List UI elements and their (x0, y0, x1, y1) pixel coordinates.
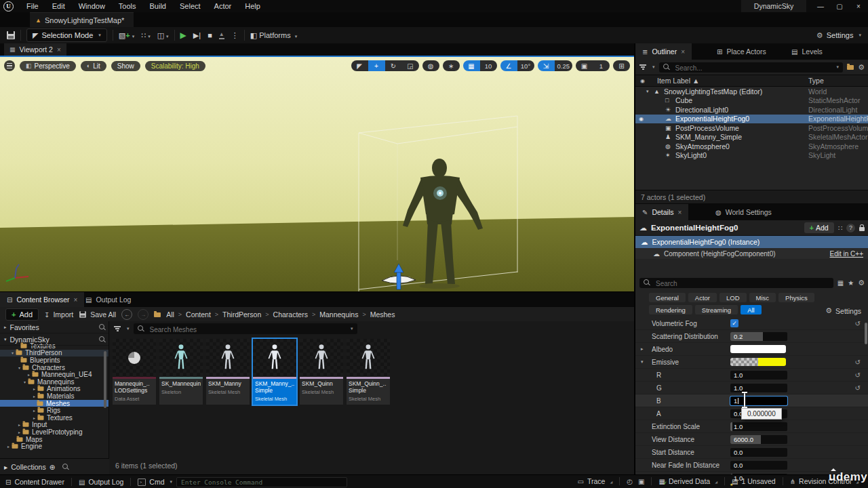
expander-icon[interactable]: ▸ (26, 372, 32, 377)
menu-item[interactable]: Window (72, 0, 112, 12)
property-row[interactable]: Start Distance ✓ 0.0 ↺ (635, 446, 868, 459)
expander-icon[interactable]: ▸ (5, 444, 12, 449)
color-swatch[interactable] (730, 345, 786, 353)
tree-folder-row[interactable]: Blueprints (0, 357, 108, 364)
platforms-dropdown[interactable]: ◧ Platforms ▾ (250, 31, 298, 40)
derived-data-button[interactable]: ▦✓ Derived Data ◢ (658, 477, 717, 485)
outliner-row[interactable]: ◉ ☁ ExponentialHeightFog0 ExponentialHei… (635, 115, 868, 124)
asset-tile[interactable]: SKM_Manny_.. Simple Skeletal Mesh (253, 339, 296, 405)
value-field[interactable]: 6000.0 (730, 435, 787, 444)
expander-icon[interactable]: ▸ (641, 346, 644, 352)
expander-icon[interactable]: ▾ (646, 89, 654, 94)
menu-item[interactable]: Tools (112, 0, 143, 12)
viewport-tab[interactable]: ▦ Viewport 2 × (4, 43, 66, 56)
edit-in-cpp-link[interactable]: Edit in C++ (830, 250, 863, 258)
play-options-kebab[interactable]: ⋮ (231, 31, 239, 40)
property-row[interactable]: A ✓ 0.0 ↺ 0.000000 (635, 407, 868, 420)
category-pill[interactable]: LOD (719, 293, 747, 302)
project-section[interactable]: ▾ DynamicSky (0, 333, 108, 346)
property-row[interactable]: G ✓ 1.0 ↺ (635, 382, 868, 394)
component-instance-row[interactable]: ☁ ExponentialHeightFog0 (Instance) (635, 236, 868, 248)
play-button[interactable]: ▶ (180, 30, 186, 40)
tree-folder-row[interactable]: ▾ ThirdPerson (0, 350, 108, 357)
snap-toolbar-cell[interactable]: ◲ (402, 60, 419, 71)
expander-icon[interactable]: ▸ (31, 415, 37, 420)
add-collection-icon[interactable]: ⊕ (50, 463, 56, 471)
eye-icon[interactable]: ◉ (639, 116, 644, 122)
asset-tile[interactable]: SKM_Quinn Skeletal Mesh (300, 339, 343, 405)
expander-icon[interactable]: ▸ (16, 430, 22, 434)
breadcrumb-item[interactable]: Mannequins > (319, 310, 366, 319)
outliner-search[interactable]: ▾ (659, 62, 844, 73)
help-icon[interactable]: ? (846, 224, 855, 232)
tree-folder-row[interactable]: ▸ Textures (0, 414, 108, 422)
viewport-pill[interactable]: Scalability: High (145, 61, 205, 71)
property-row[interactable]: View Distance ✓ 6000.0 ↺ (635, 433, 868, 446)
content-browser-settings[interactable]: ⚙ Settings (825, 306, 861, 315)
minimize-button[interactable]: — (811, 0, 830, 12)
value-field[interactable]: 0.2 (730, 332, 787, 341)
trace-button[interactable]: ▭ Trace ◢ (578, 477, 613, 485)
snap-toolbar-cell[interactable]: ⊞ (613, 60, 630, 71)
value-field[interactable]: 1.0 (730, 422, 787, 431)
level-tab[interactable]: ▲ SnowyLightingTestMap* (30, 12, 134, 28)
outliner-row[interactable]: ◉ ◍ SkyAtmosphere0 SkyAtmosphere (635, 142, 868, 151)
console-command-input[interactable] (176, 477, 347, 487)
outliner-row[interactable]: ◉ ✶ SkyLight0 SkyLight (635, 151, 868, 161)
expander-icon[interactable]: ▾ (16, 365, 22, 370)
tree-folder-row[interactable]: ▸ Input (0, 422, 108, 429)
menu-item[interactable]: Edit (45, 0, 72, 12)
close-button[interactable]: × (849, 0, 868, 12)
viewport-pill[interactable]: Show (111, 61, 140, 71)
category-pill[interactable]: General (649, 293, 686, 302)
details-settings-icon[interactable]: ⚙ (858, 279, 865, 287)
selection-mode-dropdown[interactable]: ◤ Selection Mode ▾ (26, 28, 107, 42)
expander-icon[interactable]: ▸ (31, 394, 37, 399)
tab-levels[interactable]: ▤ Levels (785, 43, 829, 60)
expander-icon[interactable]: ▸ (31, 408, 37, 413)
lock-icon[interactable] (859, 227, 865, 231)
insights-icon[interactable]: ◴ (627, 478, 633, 485)
property-row[interactable]: ▾ Emissive ✓ ↺ (635, 356, 868, 369)
outliner-search-input[interactable] (674, 62, 831, 74)
stop-button[interactable]: ■ (208, 31, 212, 39)
menu-item[interactable]: Actor (208, 0, 239, 12)
property-row[interactable]: Extinction Scale ✓ 1.0 ↺ (635, 420, 868, 433)
viewport-canvas[interactable]: ◧ Perspective ◐ Lit Show Scalability: Hi… (0, 57, 634, 291)
viewport-menu-icon[interactable] (4, 60, 15, 71)
expander-icon[interactable]: ▾ (641, 359, 644, 365)
settings-dropdown[interactable]: ⚙ Settings ▾ (816, 27, 861, 43)
outliner-settings-icon[interactable]: ⚙ (858, 63, 865, 72)
checkbox[interactable]: ✓ (730, 319, 738, 327)
back-icon[interactable]: ← (121, 309, 132, 320)
category-pill[interactable]: Streaming (695, 305, 738, 314)
expander-icon[interactable]: ▾ (9, 350, 16, 355)
asset-tile[interactable]: SKM_Quinn_.. Simple Skeletal Mesh (347, 339, 390, 405)
asset-tile[interactable]: SK_Mannequin Skeleton (159, 339, 203, 405)
tree-folder-row[interactable]: ▸ Materials (0, 392, 108, 400)
viewport-pill[interactable]: ◧ Perspective (20, 61, 76, 71)
breadcrumb-item[interactable]: ThirdPerson > (222, 310, 269, 319)
breadcrumb-item[interactable]: Characters > (273, 310, 316, 319)
asset-search[interactable]: ▾ (134, 323, 357, 334)
tree-folder-row[interactable]: ▸ Mannequin_UE4 (0, 371, 108, 378)
outliner-row[interactable]: ◉ ▾ ▲ SnowyLightingTestMap (Editor) Worl… (635, 87, 868, 96)
search-icon[interactable] (99, 336, 106, 343)
reset-to-default-icon[interactable]: ↺ (855, 384, 861, 392)
snap-toolbar-cell[interactable]: 10° (517, 60, 534, 71)
emissive-color-swatch[interactable] (730, 358, 786, 366)
reset-to-default-icon[interactable]: ↺ (855, 359, 861, 366)
tab-details[interactable]: ✎ Details × (635, 204, 688, 220)
property-row[interactable]: R ✓ 1.0 ↺ (635, 369, 868, 382)
save-icon[interactable] (7, 31, 15, 39)
item-label-column[interactable]: Item Label ▲ (657, 77, 699, 85)
close-icon[interactable]: × (681, 48, 685, 56)
tree-folder-row[interactable]: Maps (0, 436, 108, 443)
tab-world-settings[interactable]: ◍ World Settings (709, 204, 778, 220)
expander-icon[interactable]: ▸ (16, 422, 22, 427)
close-icon[interactable]: × (678, 209, 682, 216)
expander-icon[interactable]: ▾ (22, 380, 28, 384)
tab-outliner[interactable]: ≣ Outliner × (635, 43, 692, 60)
value-field[interactable]: 0.0 (730, 448, 787, 457)
breadcrumb-item[interactable]: All > (166, 310, 182, 319)
